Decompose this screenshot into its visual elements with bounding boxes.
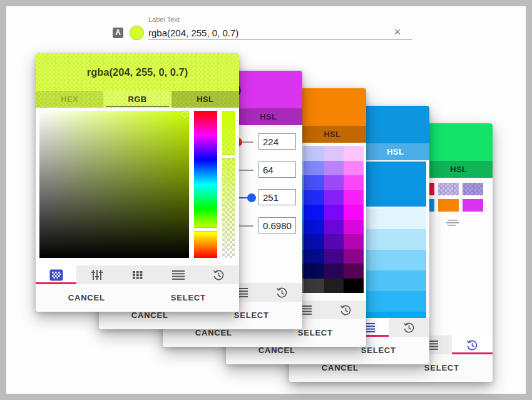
tab-hsl[interactable]: HSL (362, 143, 429, 160)
hue-slider[interactable] (194, 111, 217, 258)
canvas-view-icon[interactable] (36, 265, 76, 284)
sliders-view-icon[interactable] (76, 265, 117, 284)
alpha-slider[interactable] (222, 111, 235, 258)
palette-cell[interactable] (304, 249, 324, 264)
dialog-title: rgba(204, 255, 0, 0.7) (36, 53, 239, 91)
app-window: Label Text A rgba(204, 255, 0, 0.7) × #1… (0, 0, 532, 400)
palette-cell[interactable] (344, 190, 364, 205)
palette-cell[interactable] (324, 175, 344, 190)
canvas-view (36, 108, 239, 265)
palette-cell[interactable] (304, 146, 324, 161)
slider-thumb[interactable] (247, 193, 256, 202)
recent-swatch[interactable] (463, 183, 483, 195)
palette-cell[interactable] (304, 205, 324, 220)
drag-handle-icon (444, 218, 461, 229)
palette-cell[interactable] (324, 161, 344, 176)
palette-cell[interactable] (344, 205, 364, 220)
palette-cell[interactable] (324, 190, 344, 205)
palette-cell[interactable] (304, 279, 324, 294)
palette-cell[interactable] (324, 249, 344, 264)
saturation-value-canvas[interactable] (39, 111, 189, 258)
alpha-slider-handle[interactable] (222, 155, 235, 158)
palette-cell[interactable] (304, 161, 324, 176)
palette-cell[interactable] (304, 234, 324, 249)
palette-cell[interactable] (304, 175, 324, 190)
blue-value-input[interactable] (258, 189, 296, 205)
tab-hex[interactable]: HEX (36, 91, 103, 108)
list-view-icon[interactable] (158, 265, 198, 284)
palette-cell[interactable] (344, 146, 364, 161)
tab-hsl[interactable]: HSL (171, 91, 239, 108)
tab-hsl[interactable]: HSL (425, 161, 493, 178)
dialog-header: rgba(204, 255, 0, 0.7) (36, 53, 239, 91)
palette-cell[interactable] (344, 234, 364, 249)
history-view-icon[interactable] (389, 318, 429, 337)
color-picker-dialog-canvas: rgba(204, 255, 0, 0.7) HEX RGB HSL (36, 53, 239, 312)
tab-rgb[interactable]: RGB (103, 91, 171, 108)
palette-cell[interactable] (344, 175, 364, 190)
tab-hsl[interactable]: HSL (235, 108, 302, 125)
palette-cell[interactable] (324, 205, 344, 220)
field-label: Label Text (148, 16, 180, 23)
history-view-icon[interactable] (262, 283, 302, 302)
dialog-buttons: CANCEL SELECT (36, 284, 239, 312)
palette-cell[interactable] (304, 264, 324, 279)
red-value-input[interactable] (258, 133, 296, 150)
tab-hsl[interactable]: HSL (299, 126, 366, 143)
view-toolbar (36, 265, 239, 284)
palette-cell[interactable] (344, 264, 364, 279)
palette-cell[interactable] (344, 161, 364, 176)
recent-swatch[interactable] (438, 199, 459, 212)
palette-cell[interactable] (324, 220, 344, 235)
select-button[interactable]: SELECT (138, 284, 240, 312)
text-format-icon: A (113, 28, 123, 38)
palette-cell[interactable] (344, 249, 364, 264)
color-value-input[interactable]: rgba(204, 255, 0, 0.7) (148, 28, 238, 38)
history-view-icon[interactable] (325, 300, 366, 319)
palette-cell[interactable] (324, 146, 344, 161)
clear-icon[interactable]: × (391, 26, 404, 38)
tab-bar: HEX RGB HSL (36, 91, 239, 108)
palette-cell[interactable] (304, 190, 324, 205)
palette-cell[interactable] (344, 220, 364, 235)
palette-cell[interactable] (344, 279, 364, 294)
app-background: Label Text A rgba(204, 255, 0, 0.7) × #1… (6, 6, 526, 394)
history-view-icon[interactable] (452, 336, 493, 354)
alpha-value-input[interactable] (258, 217, 296, 233)
color-swatch-preview[interactable] (130, 26, 144, 40)
recent-swatch[interactable] (438, 183, 459, 195)
grid-view-icon[interactable] (117, 265, 158, 284)
canvas-selector-ring[interactable] (182, 111, 188, 118)
cancel-button[interactable]: CANCEL (36, 284, 138, 312)
input-underline (148, 39, 412, 40)
palette-cell[interactable] (324, 264, 344, 279)
green-value-input[interactable] (258, 162, 296, 178)
palette-cell[interactable] (324, 279, 344, 294)
palette-cell[interactable] (324, 234, 344, 249)
recent-swatch[interactable] (463, 199, 483, 212)
palette-cell[interactable] (304, 220, 324, 235)
hue-slider-handle[interactable] (194, 228, 217, 231)
history-view-icon[interactable] (198, 265, 239, 284)
